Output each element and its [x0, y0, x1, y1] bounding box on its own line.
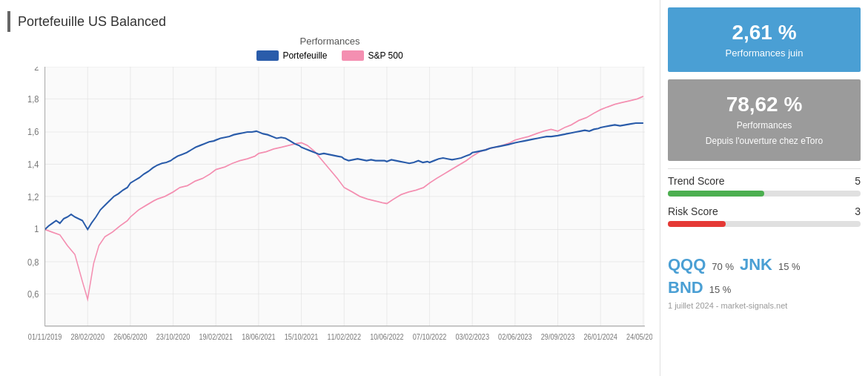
legend-box-sp500	[342, 50, 364, 61]
perf-june-card: 2,61 % Performances juin	[668, 7, 861, 72]
svg-text:29/09/2023: 29/09/2023	[541, 332, 575, 341]
chart-area: Performances Portefeuille S&P 500	[7, 36, 652, 340]
svg-text:2: 2	[34, 67, 39, 73]
chart-label: Performances	[7, 36, 652, 47]
legend-box-portefeuille	[256, 50, 279, 61]
svg-text:10/06/2022: 10/06/2022	[370, 332, 404, 341]
svg-text:18/06/2021: 18/06/2021	[242, 332, 276, 341]
trend-score-bar-fill	[668, 191, 764, 197]
trend-score-bar-bg	[668, 191, 861, 197]
svg-text:11/02/2022: 11/02/2022	[327, 332, 361, 341]
svg-text:1: 1	[34, 223, 39, 234]
ticker-jnk-pct: 15 %	[778, 261, 801, 272]
ticker-qqq[interactable]: QQQ	[668, 255, 706, 274]
page-title: Portefeuille US Balanced	[18, 14, 166, 30]
svg-text:0,6: 0,6	[27, 288, 39, 300]
legend-label-portefeuille: Portefeuille	[282, 50, 327, 61]
performance-chart: 2 1,8 1,6 1,4 1,2 1 0,8 0,6 01/11/2019 2…	[7, 67, 652, 371]
risk-score-header: Risk Score 3	[668, 205, 861, 217]
svg-text:02/06/2023: 02/06/2023	[498, 332, 532, 341]
perf-total-card: 78,62 % Performances Depuis l'ouverture …	[668, 79, 861, 161]
svg-text:07/10/2022: 07/10/2022	[413, 332, 447, 341]
svg-text:26/06/2020: 26/06/2020	[113, 332, 148, 341]
trend-score-value: 5	[855, 175, 861, 187]
tickers-section: QQQ 70 % JNK 15 % BND 15 % 1 juillet 202…	[668, 249, 861, 316]
legend-sp500: S&P 500	[342, 50, 402, 61]
perf-total-value: 78,62 %	[675, 93, 853, 116]
legend-portefeuille: Portefeuille	[256, 50, 327, 61]
svg-text:24/05/2024: 24/05/2024	[626, 332, 652, 341]
risk-score-bar-bg	[668, 221, 861, 227]
ticker-bnd-pct: 15 %	[709, 284, 732, 295]
tickers-line-2: BND 15 %	[668, 278, 861, 297]
chart-section: Portefeuille US Balanced Performances Po…	[0, 0, 660, 376]
legend-label-sp500: S&P 500	[368, 50, 402, 61]
svg-text:26/01/2024: 26/01/2024	[583, 332, 617, 341]
trend-score-row: Trend Score 5	[668, 175, 861, 197]
scores-section: Trend Score 5 Risk Score 3	[668, 168, 861, 242]
ticker-jnk[interactable]: JNK	[740, 255, 772, 274]
svg-text:0,8: 0,8	[27, 257, 39, 268]
svg-text:1,4: 1,4	[27, 159, 39, 170]
svg-text:01/11/2019: 01/11/2019	[28, 332, 62, 341]
svg-text:1,2: 1,2	[27, 191, 39, 202]
footer-note: 1 juillet 2024 - market-signals.net	[668, 301, 861, 310]
risk-score-row: Risk Score 3	[668, 205, 861, 227]
perf-total-label1: Performances	[675, 119, 853, 132]
svg-text:03/02/2023: 03/02/2023	[455, 332, 489, 341]
title-border	[7, 11, 10, 32]
perf-total-label2: Depuis l'ouverture chez eToro	[675, 135, 853, 148]
chart-title-bar: Portefeuille US Balanced	[7, 11, 652, 32]
svg-text:1,6: 1,6	[27, 126, 39, 137]
ticker-bnd[interactable]: BND	[668, 278, 703, 297]
svg-text:1,8: 1,8	[27, 93, 39, 105]
svg-text:15/10/2021: 15/10/2021	[285, 332, 319, 341]
ticker-qqq-pct: 70 %	[712, 261, 734, 272]
risk-score-bar-fill	[668, 221, 726, 227]
risk-score-value: 3	[855, 205, 861, 217]
risk-score-label: Risk Score	[668, 205, 718, 217]
chart-legend: Portefeuille S&P 500	[7, 50, 652, 61]
tickers-line-1: QQQ 70 % JNK 15 %	[668, 255, 861, 274]
perf-june-label: Performances juin	[675, 47, 853, 59]
svg-text:23/10/2020: 23/10/2020	[156, 332, 191, 341]
svg-text:28/02/2020: 28/02/2020	[70, 332, 105, 341]
trend-score-header: Trend Score 5	[668, 175, 861, 187]
sidebar: 2,61 % Performances juin 78,62 % Perform…	[660, 0, 868, 376]
svg-text:19/02/2021: 19/02/2021	[199, 332, 233, 341]
perf-june-value: 2,61 %	[675, 21, 853, 44]
trend-score-label: Trend Score	[668, 175, 725, 187]
